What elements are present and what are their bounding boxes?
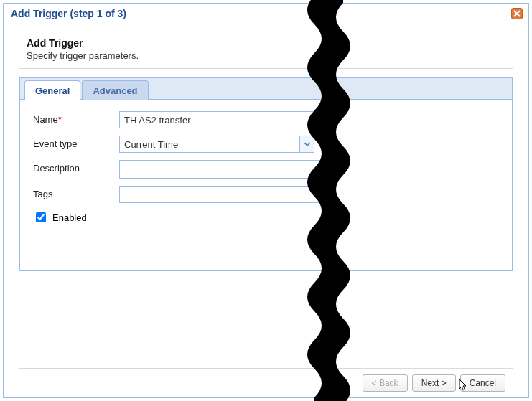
label-tags: Tags <box>33 186 119 199</box>
description-input[interactable] <box>119 160 327 179</box>
name-input[interactable] <box>119 111 327 128</box>
row-description: Description <box>33 160 499 179</box>
event-type-value: Current Time <box>120 136 299 152</box>
wizard-header: Add Trigger Specify trigger parameters. <box>19 34 513 69</box>
tab-advanced-label: Advanced <box>93 85 137 96</box>
label-event-type: Event type <box>33 136 119 149</box>
wizard-title: Add Trigger <box>27 37 505 49</box>
tab-general[interactable]: General <box>24 80 80 100</box>
event-type-select[interactable]: Current Time <box>119 136 314 153</box>
help-icon: ? <box>325 140 330 148</box>
tab-panel: General Advanced Name* Event type <box>19 77 513 271</box>
titlebar: Add Trigger (step 1 of 3) <box>4 4 528 24</box>
close-icon <box>513 9 521 19</box>
label-description: Description <box>33 160 119 174</box>
dialog-footer: < Back Next > Cancel <box>19 368 513 397</box>
cancel-button[interactable]: Cancel <box>460 374 505 392</box>
event-type-help-button[interactable]: ? <box>322 138 333 150</box>
event-type-dropdown-trigger[interactable] <box>299 136 314 152</box>
back-button: < Back <box>363 374 408 392</box>
label-name: Name* <box>33 111 119 125</box>
row-enabled: Enabled <box>33 210 499 225</box>
dialog-title: Add Trigger (step 1 of 3) <box>11 8 126 19</box>
row-event-type: Event type Current Time ? <box>33 136 499 153</box>
label-enabled: Enabled <box>52 212 87 223</box>
wizard-subtitle: Specify trigger parameters. <box>27 50 505 61</box>
tab-general-label: General <box>35 85 70 96</box>
tab-strip: General Advanced <box>20 78 512 100</box>
row-name: Name* <box>33 111 499 128</box>
next-button[interactable]: Next > <box>412 374 456 392</box>
enabled-checkbox[interactable] <box>36 212 46 222</box>
dialog-content: Add Trigger Specify trigger parameters. … <box>4 24 528 397</box>
tags-input[interactable] <box>119 186 327 203</box>
tab-advanced[interactable]: Advanced <box>82 80 148 100</box>
tab-body-general: Name* Event type Current Time <box>20 100 512 270</box>
required-asterisk: * <box>58 114 62 125</box>
chevron-down-icon <box>304 139 311 150</box>
dialog-window: Add Trigger (step 1 of 3) Add Trigger Sp… <box>3 3 529 398</box>
row-tags: Tags <box>33 186 499 203</box>
close-button[interactable] <box>511 8 523 19</box>
